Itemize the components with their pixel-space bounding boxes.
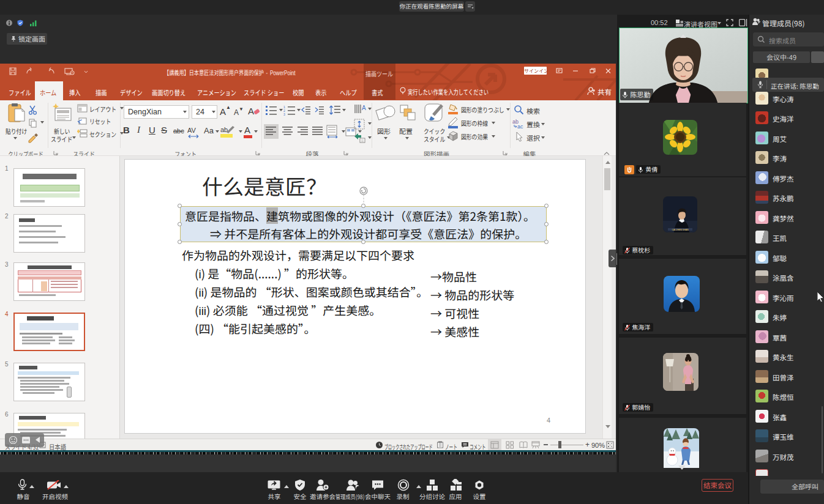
svg-text:A: A <box>248 106 254 116</box>
svg-text:A: A <box>362 105 366 111</box>
svg-text:ac: ac <box>517 124 523 129</box>
svg-text:A: A <box>244 125 250 135</box>
svg-text:CAI ZHEN SHAN: CAI ZHEN SHAN <box>672 229 689 231</box>
svg-text:AV: AV <box>187 127 197 134</box>
svg-text:3: 3 <box>283 113 285 116</box>
